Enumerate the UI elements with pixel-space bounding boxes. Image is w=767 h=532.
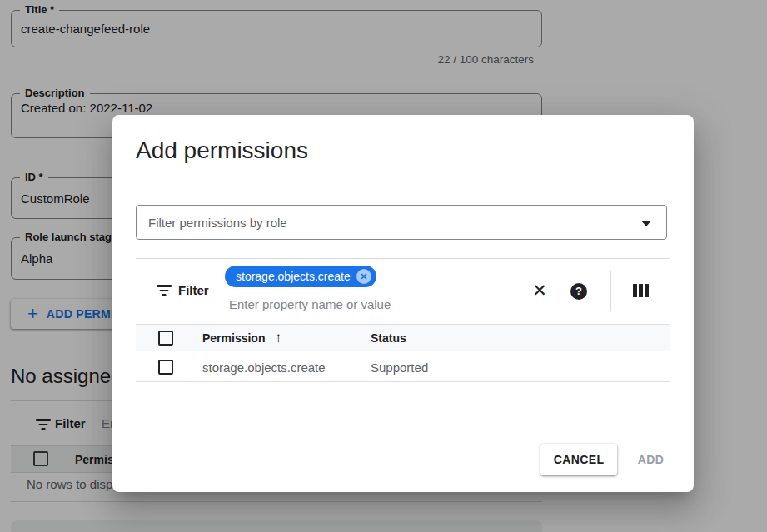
select-all-checkbox[interactable] (158, 331, 173, 346)
cancel-button[interactable]: CANCEL (540, 444, 617, 475)
row-permission-cell: storage.objects.create (202, 360, 326, 374)
row-checkbox[interactable] (158, 360, 173, 375)
divider (136, 258, 670, 259)
status-column-header[interactable]: Status (371, 331, 406, 345)
sort-ascending-icon[interactable]: ↑ (275, 330, 282, 346)
filter-input[interactable]: Enter property name or value (229, 297, 391, 311)
permission-column-header[interactable]: Permission (202, 331, 265, 345)
clear-filters-icon[interactable]: ✕ (528, 279, 551, 302)
chip-remove-icon[interactable]: ✕ (356, 269, 371, 284)
help-icon[interactable]: ? (570, 283, 587, 300)
chip-label: storage.objects.create (236, 270, 351, 283)
filter-permissions-by-role-select[interactable]: Filter permissions by role (136, 205, 667, 240)
table-row[interactable]: storage.objects.create Supported (136, 352, 670, 382)
divider (610, 271, 611, 311)
filter-icon (157, 285, 172, 296)
permissions-table-header: Permission ↑ Status (136, 324, 670, 351)
chevron-down-icon (641, 221, 651, 226)
column-display-options-icon[interactable] (633, 284, 650, 297)
dialog-title: Add permissions (136, 137, 308, 164)
row-status-cell: Supported (371, 360, 428, 374)
permission-filter-chip[interactable]: storage.objects.create ✕ (225, 266, 376, 287)
add-permissions-dialog: Add permissions Filter permissions by ro… (112, 115, 694, 492)
filter-label: Filter (178, 283, 209, 297)
add-button[interactable]: ADD (625, 444, 676, 475)
role-select-placeholder: Filter permissions by role (137, 216, 287, 230)
